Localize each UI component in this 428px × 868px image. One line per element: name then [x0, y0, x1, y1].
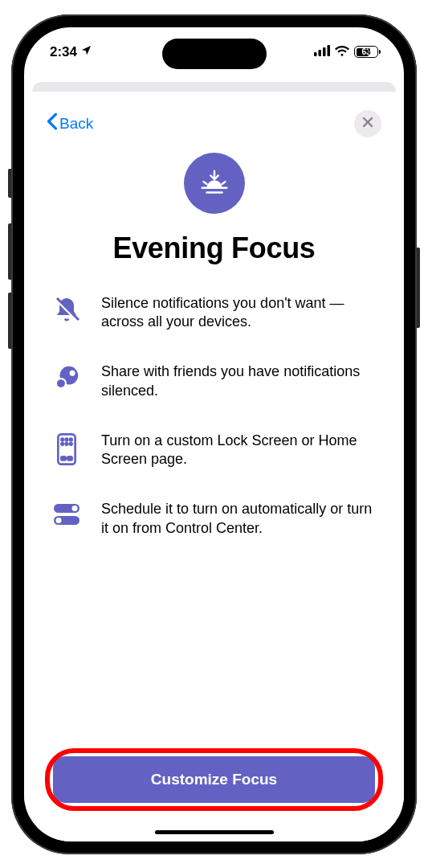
- phone-screen-icon: [50, 432, 84, 465]
- toggle-icon: [50, 500, 84, 527]
- screen: 2:34: [24, 27, 404, 841]
- feature-text: Share with friends you have notification…: [101, 362, 378, 401]
- svg-point-22: [66, 443, 68, 445]
- wifi-icon: [335, 44, 349, 60]
- home-indicator[interactable]: [155, 830, 274, 834]
- feature-text: Schedule it to turn on automatically or …: [101, 500, 378, 538]
- svg-rect-2: [323, 47, 326, 56]
- feature-text: Turn on a custom Lock Screen or Home Scr…: [101, 432, 378, 470]
- feature-item: Share with friends you have notification…: [50, 362, 378, 401]
- close-button[interactable]: [354, 110, 381, 137]
- svg-rect-0: [314, 52, 317, 56]
- feature-item: Turn on a custom Lock Screen or Home Scr…: [50, 432, 378, 470]
- svg-rect-3: [328, 45, 331, 56]
- svg-point-27: [72, 506, 78, 511]
- svg-rect-1: [319, 50, 322, 56]
- customize-focus-button[interactable]: Customize Focus: [53, 756, 375, 803]
- chevron-left-icon: [47, 113, 58, 134]
- share-status-icon: [50, 362, 84, 391]
- status-time: 2:34: [50, 44, 77, 60]
- close-icon: [362, 117, 373, 131]
- modal-sheet: Back: [24, 92, 404, 841]
- sunset-icon: [184, 153, 245, 214]
- nav-bar: Back: [47, 109, 381, 138]
- svg-rect-24: [61, 457, 65, 460]
- cta-label: Customize Focus: [151, 771, 277, 788]
- svg-point-19: [66, 438, 68, 440]
- feature-item: Schedule it to turn on automatically or …: [50, 500, 378, 538]
- hero: Evening Focus: [47, 153, 381, 294]
- back-label: Back: [59, 115, 93, 133]
- svg-line-9: [222, 182, 225, 184]
- svg-point-20: [70, 438, 72, 440]
- svg-line-8: [203, 182, 206, 184]
- feature-item: Silence notifications you don't want — a…: [50, 294, 378, 333]
- svg-point-18: [61, 438, 63, 440]
- svg-rect-25: [67, 457, 71, 460]
- svg-point-21: [61, 443, 63, 445]
- battery-level: 63: [355, 47, 377, 56]
- dynamic-island: [162, 39, 267, 69]
- svg-point-16: [70, 371, 75, 376]
- svg-point-23: [70, 443, 72, 445]
- feature-text: Silence notifications you don't want — a…: [101, 294, 378, 333]
- feature-list: Silence notifications you don't want — a…: [47, 294, 381, 750]
- cellular-icon: [314, 44, 330, 60]
- back-button[interactable]: Back: [47, 113, 93, 134]
- battery-icon: 63: [354, 46, 378, 58]
- svg-point-29: [56, 518, 62, 523]
- cta-highlight-wrap: Customize Focus: [47, 750, 381, 809]
- phone-frame: 2:34: [11, 14, 417, 854]
- location-icon: [80, 44, 92, 60]
- bell-slash-icon: [50, 294, 84, 325]
- page-title: Evening Focus: [47, 231, 381, 265]
- svg-point-15: [57, 379, 65, 387]
